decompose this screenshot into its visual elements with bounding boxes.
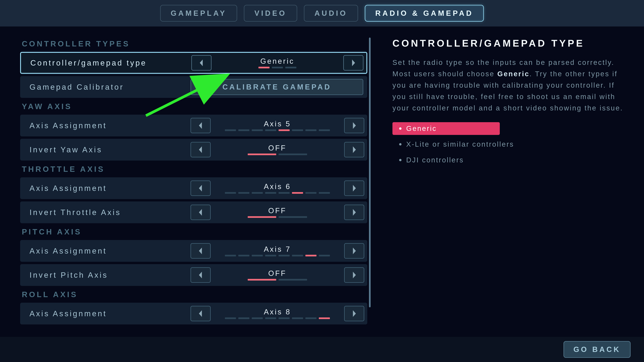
svg-marker-0	[200, 59, 203, 66]
tab-video[interactable]: VIDEO	[244, 5, 297, 22]
bottom-bar: GO BACK	[0, 337, 644, 362]
chevron-right-icon	[351, 247, 357, 255]
value-text: OFF	[268, 144, 286, 152]
chevron-right-icon	[350, 59, 356, 66]
chevron-left-icon	[198, 59, 204, 66]
svg-marker-5	[353, 146, 356, 153]
next-button[interactable]	[344, 205, 364, 220]
svg-marker-15	[353, 310, 356, 317]
tick	[238, 129, 250, 131]
tick	[225, 255, 236, 256]
value-ticks	[248, 279, 307, 281]
tick	[272, 67, 283, 68]
button-label: CALIBRATE GAMEPAD	[222, 83, 331, 91]
row-throttle-assignment[interactable]: Axis Assignment Axis 6	[20, 177, 367, 199]
tick	[252, 318, 263, 319]
tick	[278, 279, 307, 281]
spinner-pitch-assignment: Axis 7	[190, 240, 364, 262]
value-column: OFF	[215, 144, 340, 156]
chevron-left-icon	[198, 271, 204, 279]
next-button[interactable]	[344, 180, 364, 196]
chevron-left-icon	[198, 146, 204, 153]
settings-list: CONTROLLER TYPES Controller/gamepad type…	[20, 37, 367, 334]
spinner-pitch-invert: OFF	[190, 264, 364, 286]
spinner-roll-assignment: Axis 8	[190, 303, 364, 325]
row-pitch-invert[interactable]: Invert Pitch Axis OFF	[20, 264, 367, 286]
tick	[306, 192, 316, 194]
chevron-left-icon	[198, 122, 204, 129]
tick	[292, 255, 303, 256]
row-label: Gamepad Calibrator	[30, 82, 190, 91]
tab-gameplay[interactable]: GAMEPLAY	[160, 5, 237, 22]
option-xlite[interactable]: X-Lite or similar controllers	[392, 138, 624, 151]
bullet-icon	[399, 159, 402, 161]
option-dji[interactable]: DJI controllers	[392, 154, 624, 166]
tick	[319, 318, 330, 319]
tick	[278, 153, 307, 155]
row-controller-type[interactable]: Controller/gamepad type Generic	[20, 52, 367, 74]
prev-button[interactable]	[190, 142, 211, 157]
next-button[interactable]	[344, 118, 364, 133]
spinner-yaw-invert: OFF	[190, 139, 364, 161]
svg-marker-11	[353, 248, 356, 254]
row-yaw-invert[interactable]: Invert Yaw Axis OFF	[20, 139, 367, 161]
tick	[248, 153, 276, 155]
calibrate-gamepad-button[interactable]: CALIBRATE GAMEPAD	[190, 79, 363, 95]
value-text: OFF	[268, 206, 286, 215]
prev-button[interactable]	[191, 55, 212, 70]
tick	[238, 192, 250, 194]
row-pitch-assignment[interactable]: Axis Assignment Axis 7	[20, 240, 367, 262]
tick	[252, 255, 263, 256]
tick	[285, 67, 296, 68]
prev-button[interactable]	[190, 243, 211, 259]
prev-button[interactable]	[190, 205, 211, 220]
detail-body-bold: Generic	[498, 70, 530, 78]
prev-button[interactable]	[190, 180, 211, 196]
svg-marker-14	[199, 310, 202, 317]
tick	[265, 192, 276, 194]
value-ticks	[225, 129, 330, 131]
value-text: Axis 5	[264, 120, 291, 128]
value-column: OFF	[215, 206, 340, 218]
row-throttle-invert[interactable]: Invert Throttle Axis OFF	[20, 201, 367, 223]
go-back-button[interactable]: GO BACK	[564, 341, 630, 358]
tab-label: GAMEPLAY	[171, 9, 226, 17]
next-button[interactable]	[344, 267, 364, 283]
value-text: OFF	[268, 269, 286, 278]
svg-marker-1	[352, 59, 355, 66]
tab-audio[interactable]: AUDIO	[304, 5, 358, 22]
chevron-left-icon	[198, 209, 204, 216]
value-column: Axis 7	[215, 245, 340, 257]
row-label: Invert Throttle Axis	[30, 208, 190, 217]
tab-radio-gamepad[interactable]: RADIO & GAMEPAD	[365, 5, 484, 22]
row-label: Axis Assignment	[30, 309, 190, 318]
scrollbar[interactable]	[369, 37, 371, 307]
option-label: DJI controllers	[406, 156, 464, 164]
tick	[278, 318, 290, 319]
tick	[306, 129, 316, 131]
spinner-yaw-assignment: Axis 5	[190, 115, 364, 136]
tick	[306, 318, 316, 319]
chevron-right-icon	[351, 122, 357, 129]
value-ticks	[248, 153, 307, 156]
next-button[interactable]	[344, 306, 364, 321]
row-yaw-assignment[interactable]: Axis Assignment Axis 5	[20, 115, 367, 136]
value-ticks	[248, 216, 307, 218]
next-button[interactable]	[343, 55, 364, 70]
tick	[258, 67, 270, 68]
section-header-controller-types: CONTROLLER TYPES	[20, 37, 367, 52]
prev-button[interactable]	[190, 118, 211, 133]
section-header-yaw: YAW AXIS	[20, 100, 367, 115]
next-button[interactable]	[344, 142, 364, 157]
prev-button[interactable]	[190, 267, 211, 283]
tick	[306, 255, 316, 256]
row-label: Invert Pitch Axis	[30, 271, 190, 280]
prev-button[interactable]	[190, 306, 211, 321]
value-text: Axis 8	[264, 308, 291, 316]
option-generic[interactable]: Generic	[392, 122, 500, 135]
chevron-left-icon	[198, 310, 204, 317]
top-tab-bar: GAMEPLAY VIDEO AUDIO RADIO & GAMEPAD	[0, 0, 644, 26]
row-roll-assignment[interactable]: Axis Assignment Axis 8	[20, 303, 367, 325]
value-column: Axis 5	[215, 120, 340, 131]
next-button[interactable]	[344, 243, 364, 259]
